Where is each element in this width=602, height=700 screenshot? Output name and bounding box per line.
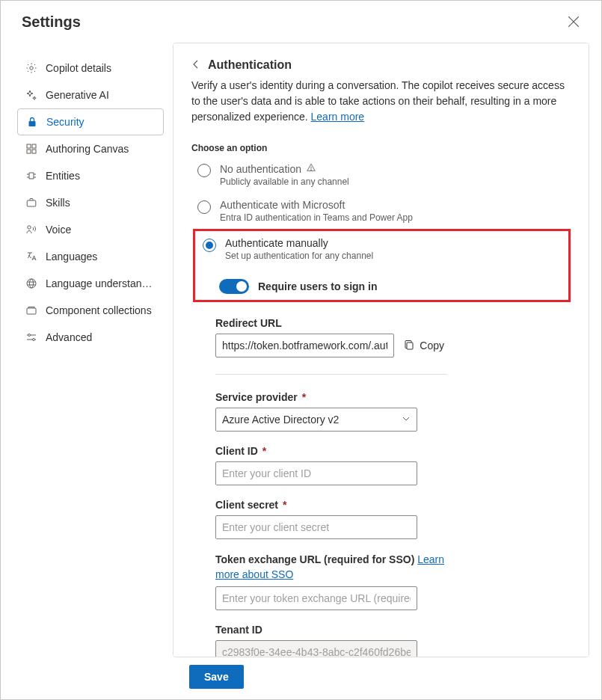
svg-rect-4 bbox=[27, 144, 31, 148]
copy-button[interactable]: Copy bbox=[400, 336, 447, 356]
radio-input[interactable] bbox=[197, 164, 211, 177]
form-area: Redirect URL Copy Service provider * Az bbox=[215, 317, 447, 657]
sidebar: Copilot details Generative AI Security A… bbox=[1, 43, 173, 657]
token-exchange-field: Token exchange URL (required for SSO) Le… bbox=[215, 553, 447, 610]
option-desc: Entra ID authentication in Teams and Pow… bbox=[220, 212, 413, 223]
radio-input[interactable] bbox=[203, 239, 216, 252]
option-desc: Set up authentication for any channel bbox=[225, 251, 373, 261]
svg-rect-3 bbox=[29, 121, 36, 126]
sidebar-label: Voice bbox=[46, 224, 71, 236]
sidebar-item-generative-ai[interactable]: Generative AI bbox=[17, 82, 164, 108]
option-authenticate-microsoft[interactable]: Authenticate with Microsoft Entra ID aut… bbox=[191, 194, 571, 230]
titlebar: Settings bbox=[1, 1, 601, 43]
page-header: Authentication bbox=[191, 58, 571, 72]
sidebar-label: Skills bbox=[46, 197, 70, 209]
service-provider-field: Service provider * Azure Active Director… bbox=[215, 391, 447, 432]
sidebar-item-advanced[interactable]: Advanced bbox=[17, 324, 164, 351]
svg-rect-5 bbox=[32, 144, 36, 148]
svg-rect-8 bbox=[27, 200, 36, 206]
back-button[interactable] bbox=[191, 59, 200, 71]
body: Copilot details Generative AI Security A… bbox=[1, 43, 601, 657]
briefcase-icon bbox=[25, 196, 38, 209]
entities-icon bbox=[25, 169, 38, 182]
svg-point-2 bbox=[30, 67, 33, 70]
sidebar-item-copilot-details[interactable]: Copilot details bbox=[17, 55, 164, 82]
copy-label: Copy bbox=[420, 340, 444, 351]
page-description: Verify a user's identity during a conver… bbox=[191, 78, 571, 125]
sidebar-item-language-understanding[interactable]: Language understandi... bbox=[17, 270, 164, 297]
page-title: Authentication bbox=[208, 58, 292, 72]
sidebar-item-skills[interactable]: Skills bbox=[17, 189, 164, 216]
client-id-label: Client ID bbox=[215, 445, 258, 457]
required-indicator: * bbox=[302, 391, 306, 403]
require-signin-row: Require users to sign in bbox=[219, 279, 564, 294]
copy-icon bbox=[403, 339, 415, 353]
redirect-url-label: Redirect URL bbox=[215, 317, 447, 329]
tenant-id-label: Tenant ID bbox=[215, 624, 447, 636]
svg-point-10 bbox=[27, 279, 36, 288]
sidebar-item-voice[interactable]: Voice bbox=[17, 216, 164, 243]
svg-rect-6 bbox=[27, 150, 31, 153]
sidebar-item-security[interactable]: Security bbox=[17, 108, 164, 135]
sidebar-label: Component collections bbox=[46, 304, 152, 316]
svg-rect-17 bbox=[407, 343, 413, 349]
auth-options: No authentication Publicly available in … bbox=[191, 158, 571, 302]
option-desc: Publicly available in any channel bbox=[220, 176, 349, 187]
sidebar-label: Generative AI bbox=[46, 89, 109, 101]
tenant-id-input bbox=[215, 640, 417, 657]
gear-icon bbox=[25, 61, 38, 75]
option-label: No authentication bbox=[220, 163, 301, 175]
sidebar-item-component-collections[interactable]: Component collections bbox=[17, 297, 164, 324]
client-secret-label: Client secret bbox=[215, 499, 278, 511]
sidebar-label: Language understandi... bbox=[46, 277, 156, 289]
require-signin-toggle[interactable] bbox=[219, 279, 249, 294]
main-panel: Authentication Verify a user's identity … bbox=[173, 43, 589, 657]
sidebar-item-languages[interactable]: Languages bbox=[17, 243, 164, 270]
svg-point-13 bbox=[28, 334, 31, 337]
required-indicator: * bbox=[283, 499, 286, 511]
sidebar-item-entities[interactable]: Entities bbox=[17, 162, 164, 189]
sidebar-label: Copilot details bbox=[46, 62, 111, 74]
learn-more-link[interactable]: Learn more bbox=[311, 111, 365, 123]
sidebar-label: Advanced bbox=[46, 331, 92, 343]
radio-input[interactable] bbox=[197, 200, 211, 214]
sparkle-icon bbox=[25, 88, 38, 102]
option-label: Authenticate manually bbox=[225, 237, 328, 249]
redirect-url-input[interactable] bbox=[215, 334, 394, 357]
sidebar-label: Authoring Canvas bbox=[46, 143, 129, 155]
svg-point-16 bbox=[311, 170, 312, 171]
highlight-box: Authenticate manually Set up authenticat… bbox=[193, 229, 571, 302]
sidebar-label: Entities bbox=[46, 170, 80, 182]
footer: Save bbox=[1, 657, 601, 699]
chevron-down-icon bbox=[402, 414, 411, 426]
redirect-url-field: Redirect URL Copy bbox=[215, 317, 447, 357]
client-secret-input[interactable] bbox=[215, 515, 417, 539]
advanced-icon bbox=[25, 331, 38, 344]
option-label: Authenticate with Microsoft bbox=[220, 199, 345, 211]
svg-rect-12 bbox=[27, 308, 36, 314]
svg-point-11 bbox=[30, 279, 34, 288]
require-signin-label: Require users to sign in bbox=[258, 280, 377, 292]
svg-point-9 bbox=[28, 226, 31, 229]
choose-option-label: Choose an option bbox=[191, 143, 571, 153]
settings-window: Settings Copilot details Generative AI S… bbox=[0, 0, 602, 700]
tenant-id-field: Tenant ID bbox=[215, 624, 447, 657]
grid-icon bbox=[25, 142, 38, 156]
client-id-input[interactable] bbox=[215, 461, 417, 485]
service-provider-select[interactable]: Azure Active Directory v2 bbox=[215, 408, 417, 432]
window-title: Settings bbox=[22, 13, 81, 31]
sidebar-item-authoring-canvas[interactable]: Authoring Canvas bbox=[17, 135, 164, 162]
option-authenticate-manually[interactable]: Authenticate manually Set up authenticat… bbox=[197, 233, 564, 268]
token-exchange-label: Token exchange URL (required for SSO) bbox=[215, 553, 414, 565]
service-provider-label: Service provider bbox=[215, 391, 298, 403]
language-icon bbox=[25, 250, 38, 263]
svg-rect-7 bbox=[32, 150, 36, 153]
token-exchange-input[interactable] bbox=[215, 586, 417, 610]
option-no-authentication[interactable]: No authentication Publicly available in … bbox=[191, 158, 571, 194]
warning-icon bbox=[306, 162, 316, 175]
close-button[interactable] bbox=[567, 15, 580, 28]
collection-icon bbox=[25, 304, 38, 317]
save-button[interactable]: Save bbox=[189, 665, 244, 689]
lock-icon bbox=[25, 115, 39, 129]
voice-icon bbox=[25, 223, 38, 236]
